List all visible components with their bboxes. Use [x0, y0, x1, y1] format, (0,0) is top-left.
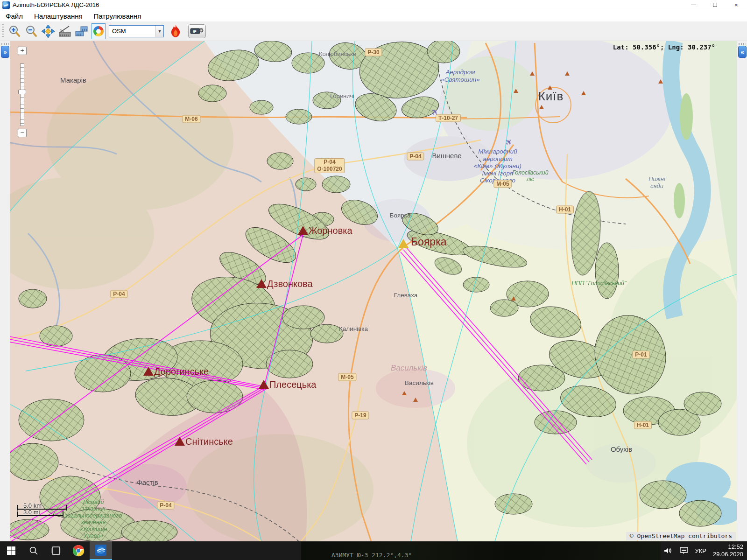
window-title: Azimuth-БОЯРСЬКА ЛДС-2016 — [13, 1, 99, 8]
chrome-button[interactable] — [67, 541, 90, 560]
taskbar-clock[interactable]: 12:52 29.06.2020 — [713, 543, 743, 559]
map-place-label: Макарів — [60, 76, 86, 84]
flame-icon — [168, 24, 183, 39]
scale-km-label: 5.0 km — [23, 502, 42, 509]
station-label: Боярка — [411, 236, 447, 248]
map-place-label: Калинівка — [339, 325, 368, 333]
azimuth-app-icon — [95, 544, 107, 556]
map-place-label: Васильків — [391, 364, 427, 373]
map-place-label: Глеваха — [394, 292, 418, 299]
grip-dots-icon — [1, 43, 9, 45]
map-place-label: Колюбинське — [319, 51, 356, 58]
measure-distance-icon — [75, 24, 89, 38]
measure-distance-button[interactable] — [74, 23, 90, 39]
road-badge: Р-01 — [632, 351, 649, 359]
pan-icon — [41, 24, 55, 38]
road-badge: Р-04 О-100720 — [314, 158, 345, 173]
toolbar: OSM ▼ IP — [0, 21, 747, 41]
station-marker-Снітинське[interactable] — [175, 437, 185, 446]
coords-readout: Lat: 50.356°; Lng: 30.237° — [613, 43, 715, 51]
map-place-label: Аеродром «Святошин» — [441, 69, 479, 83]
map-place-label: Київ — [538, 90, 564, 104]
map-place-label: Нижні сади — [648, 176, 665, 190]
map-zoom-slider-handle[interactable] — [18, 90, 26, 94]
station-label: Дорогинське — [154, 366, 209, 377]
station-marker-Дорогинське[interactable] — [143, 367, 154, 376]
chevron-down-icon[interactable]: ▼ — [155, 26, 163, 37]
station-label: Дзвонкова — [267, 279, 313, 289]
camera-feed-window[interactable]: АЗИМУТ Ю-З 212.2°,4.3° — [301, 542, 661, 560]
volume-icon[interactable] — [664, 547, 673, 554]
road-badge: Р-04 — [157, 502, 174, 510]
restore-button[interactable] — [704, 0, 726, 10]
app-icon — [2, 1, 10, 9]
search-icon — [29, 546, 38, 555]
zoom-out-button[interactable] — [23, 23, 39, 39]
road-badge: М-05 — [493, 180, 512, 188]
language-indicator[interactable]: УКР — [695, 547, 706, 554]
station-marker-Жорновка[interactable] — [298, 226, 308, 235]
layer-select-value: OSM — [109, 28, 155, 35]
minimize-button[interactable] — [683, 0, 704, 10]
toolbar-grip — [2, 24, 4, 38]
windows-logo-icon — [7, 546, 16, 555]
pan-button[interactable] — [40, 23, 56, 39]
layers-icon — [93, 26, 104, 36]
map-place-label: Обухів — [611, 445, 632, 453]
map-place-label: Лісовий заказник загальнодержавного знач… — [65, 499, 122, 539]
zoom-in-icon — [8, 25, 21, 38]
ip-camera-icon: IP — [190, 26, 204, 36]
expand-left-panel-button[interactable]: » — [1, 46, 9, 58]
road-badge: М-06 — [182, 115, 200, 123]
layer-select[interactable]: OSM ▼ — [109, 25, 164, 37]
expand-right-panel-button[interactable]: « — [738, 46, 747, 58]
ip-camera-button[interactable]: IP — [188, 24, 206, 38]
station-marker-Плесецька[interactable] — [259, 380, 269, 389]
map-place-label: Гореничі — [330, 93, 354, 100]
map-zoom-in-button[interactable]: + — [18, 47, 27, 55]
road-badge: Р-04 — [110, 290, 127, 298]
zoom-out-icon — [25, 25, 38, 38]
map-zoom-slider[interactable] — [20, 63, 24, 126]
road-badge: Р-19 — [352, 412, 369, 420]
map-zoom-out-button[interactable]: − — [18, 129, 27, 137]
clock-time: 12:52 — [713, 543, 743, 551]
road-badge: Р-04 — [407, 153, 424, 161]
menu-file[interactable]: Файл — [0, 11, 28, 21]
map-place-label: Боярка — [390, 212, 411, 219]
scale-mi-label: 3.0 mi — [23, 509, 40, 516]
measure-angle-icon — [58, 24, 72, 38]
measure-angle-button[interactable] — [57, 23, 73, 39]
road-badge: М-05 — [338, 373, 356, 381]
chrome-icon — [72, 545, 85, 557]
station-label: Плесецька — [269, 379, 316, 390]
fire-alert-button[interactable] — [166, 23, 185, 39]
map-canvas[interactable]: КиївМакарівВишневеГореничіКолюбинськеБоя… — [0, 41, 747, 541]
station-label: Жорновка — [309, 225, 352, 236]
menu-bar: Файл Налаштування Патрулювання — [0, 10, 747, 21]
station-marker-Боярка[interactable] — [398, 239, 409, 248]
task-view-button[interactable] — [45, 541, 67, 560]
camera-feed-caption: АЗИМУТ Ю-З 212.2°,4.3° — [331, 552, 412, 559]
svg-text:IP: IP — [193, 29, 197, 34]
notifications-icon[interactable] — [680, 547, 688, 554]
road-badge: Н-01 — [634, 421, 652, 429]
road-badge: Т-10-27 — [436, 114, 461, 122]
task-view-icon — [51, 546, 61, 555]
grip-dots-icon — [739, 43, 746, 45]
scale-bar: 5.0 km 3.0 mi — [17, 504, 67, 517]
zoom-in-button[interactable] — [7, 23, 22, 39]
taskbar-search-button[interactable] — [22, 541, 45, 560]
osm-attribution: © OpenStreetMap contributors — [626, 532, 736, 540]
station-marker-Дзвонкова[interactable] — [256, 279, 267, 288]
menu-patrol[interactable]: Патрулювання — [88, 11, 147, 21]
left-panel-strip: » — [0, 41, 10, 541]
menu-settings[interactable]: Налаштування — [28, 11, 88, 21]
right-panel-strip: « — [737, 41, 747, 541]
layers-button[interactable] — [92, 23, 106, 39]
close-button[interactable]: × — [726, 0, 747, 10]
map-place-label: Фастів — [137, 478, 158, 486]
start-button[interactable] — [0, 541, 22, 560]
map-place-label: Васильків — [405, 379, 434, 387]
azimuth-app-button[interactable] — [90, 541, 112, 560]
